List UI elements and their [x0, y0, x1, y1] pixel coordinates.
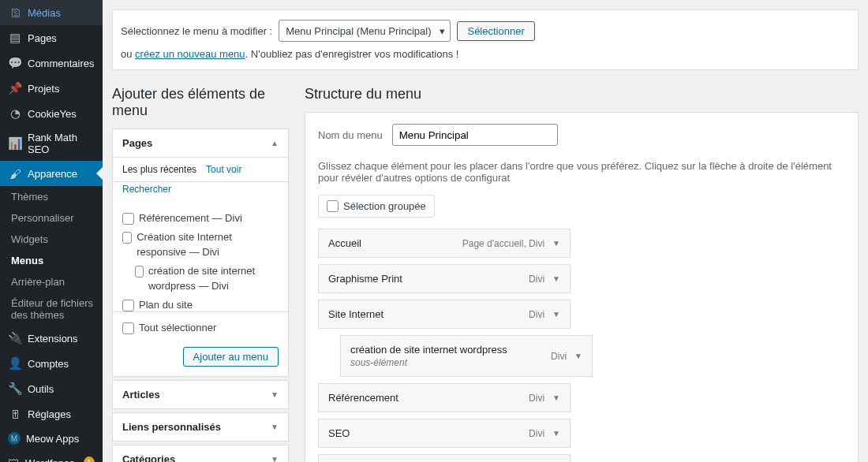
- chevron-down-icon: ▼: [552, 239, 560, 248]
- structure-column: Structure du menu Nom du menu Glissez ch…: [305, 86, 859, 462]
- cookie-icon: ◔: [8, 106, 22, 121]
- plugin-icon: 🔌: [8, 331, 22, 345]
- user-icon: 👤: [8, 356, 22, 371]
- sidebar-item-outils[interactable]: 🔧Outils: [0, 376, 103, 401]
- sidebar-item-extensions[interactable]: 🔌Extensions: [0, 326, 103, 351]
- menu-items-list: AccueilPage d'accueil, Divi▼Graphisme Pr…: [318, 229, 845, 462]
- sidebar-sub-menus[interactable]: Menus: [0, 250, 103, 271]
- menu-select[interactable]: Menu Principal (Menu Principal): [279, 20, 451, 42]
- sliders-icon: 🎚: [8, 407, 22, 421]
- chevron-down-icon: ▼: [552, 393, 560, 402]
- pages-accordion: Pages▲ Les plus récentes Tout voir Reche…: [112, 129, 289, 377]
- sidebar-item-pages[interactable]: ▤Pages: [0, 25, 103, 50]
- menu-name-label: Nom du menu: [318, 129, 383, 141]
- page-checkbox[interactable]: Référencement — Divi: [122, 209, 279, 228]
- page-checkbox[interactable]: création de site internet wordpress — Di…: [122, 262, 279, 296]
- page-checkbox[interactable]: Plan du site: [122, 296, 279, 312]
- chevron-down-icon: ▼: [271, 390, 279, 399]
- chevron-up-icon: ▲: [271, 139, 279, 147]
- menu-item[interactable]: Site InternetDivi▼: [318, 300, 571, 329]
- categories-accordion: Catégories▼: [112, 445, 289, 463]
- media-icon: 🖻: [8, 6, 22, 20]
- menu-item[interactable]: AccueilPage d'accueil, Divi▼: [318, 229, 571, 258]
- add-items-column: Ajouter des éléments de menu Pages▲ Les …: [112, 86, 289, 462]
- sidebar-sub-personnaliser[interactable]: Personnaliser: [0, 207, 103, 229]
- pages-accordion-header[interactable]: Pages▲: [113, 129, 288, 158]
- content-area: Sélectionnez le menu à modifier : Menu P…: [103, 0, 868, 462]
- wrench-icon: 🔧: [8, 382, 22, 396]
- sidebar-item-media[interactable]: 🖻Médias: [0, 0, 103, 25]
- links-accordion: Liens personnalisés▼: [112, 412, 289, 442]
- shield-icon: 🛡: [8, 456, 20, 462]
- sidebar-sub-themes[interactable]: Thèmes: [0, 186, 103, 207]
- structure-desc: Glissez chaque élément pour les placer d…: [318, 160, 845, 184]
- pin-icon: 📌: [8, 81, 22, 95]
- sidebar-item-rankmath[interactable]: 📊Rank Math SEO: [0, 126, 103, 161]
- menu-item[interactable]: Graphisme PrintDivi▼: [318, 264, 571, 293]
- structure-title: Structure du menu: [305, 86, 859, 102]
- or-text: ou créez un nouveau menu. N'oubliez pas …: [121, 48, 458, 60]
- menu-item[interactable]: SEODivi▼: [318, 419, 571, 448]
- menu-item[interactable]: création de site internet wordpresssous-…: [340, 335, 593, 377]
- categories-accordion-header[interactable]: Catégories▼: [113, 445, 288, 463]
- chevron-down-icon: ▼: [271, 455, 279, 463]
- menu-name-input[interactable]: [392, 124, 558, 146]
- tab-search[interactable]: Rechercher: [122, 177, 171, 201]
- pages-icon: ▤: [8, 31, 22, 45]
- sidebar-item-comments[interactable]: 💬Commentaires: [0, 50, 103, 76]
- articles-accordion-header[interactable]: Articles▼: [113, 381, 288, 408]
- sidebar-sub-theme-editor[interactable]: Éditeur de fichiers des thèmes: [0, 292, 103, 326]
- select-all-checkbox[interactable]: Tout sélectionner: [122, 319, 216, 337]
- chart-icon: 📊: [8, 136, 22, 151]
- menu-item[interactable]: RéférencementDivi▼: [318, 383, 571, 412]
- create-menu-link[interactable]: créez un nouveau menu: [135, 48, 245, 60]
- chevron-down-icon: ▼: [552, 274, 560, 283]
- chevron-down-icon: ▼: [552, 310, 560, 319]
- menu-selector-box: Sélectionnez le menu à modifier : Menu P…: [112, 9, 859, 70]
- select-menu-label: Sélectionnez le menu à modifier :: [121, 25, 272, 37]
- sidebar-item-projects[interactable]: 📌Projets: [0, 76, 103, 101]
- menu-item[interactable]: BlogPage des articles, Divi▼: [318, 454, 571, 462]
- links-accordion-header[interactable]: Liens personnalisés▼: [113, 413, 288, 441]
- menu-name-row: Nom du menu: [318, 124, 845, 146]
- chevron-down-icon: ▼: [574, 352, 582, 360]
- page-checkbox[interactable]: Création site Internet responsive — Divi: [122, 228, 279, 262]
- sidebar-item-cookieyes[interactable]: ◔CookieYes: [0, 101, 103, 126]
- sidebar-item-meow[interactable]: MMeow Apps: [0, 427, 103, 450]
- select-button[interactable]: Sélectionner: [457, 21, 534, 41]
- sidebar-sub-background[interactable]: Arrière-plan: [0, 271, 103, 292]
- m-icon: M: [8, 432, 21, 445]
- group-select-checkbox[interactable]: Sélection groupée: [318, 195, 435, 218]
- pages-list[interactable]: Référencement — DiviCréation site Intern…: [113, 201, 288, 311]
- add-to-menu-button[interactable]: Ajouter au menu: [183, 347, 279, 367]
- sidebar-item-wordfence[interactable]: 🛡Wordfence1: [0, 450, 103, 462]
- comments-icon: 💬: [8, 56, 22, 70]
- brush-icon: 🖌: [8, 166, 22, 181]
- articles-accordion: Articles▼: [112, 380, 289, 409]
- sidebar-sub-widgets[interactable]: Widgets: [0, 229, 103, 250]
- wordfence-badge: 1: [84, 456, 95, 463]
- chevron-down-icon: ▼: [552, 429, 560, 438]
- sidebar-item-reglages[interactable]: 🎚Réglages: [0, 401, 103, 427]
- chevron-down-icon: ▼: [271, 423, 279, 431]
- add-items-title: Ajouter des éléments de menu: [112, 86, 289, 119]
- select-all-row: Tout sélectionner: [113, 311, 288, 344]
- admin-sidebar: 🖻Médias ▤Pages 💬Commentaires 📌Projets ◔C…: [0, 0, 103, 462]
- sidebar-item-comptes[interactable]: 👤Comptes: [0, 351, 103, 376]
- sidebar-item-appearance[interactable]: 🖌Apparence: [0, 161, 103, 186]
- tab-all[interactable]: Tout voir: [206, 158, 241, 181]
